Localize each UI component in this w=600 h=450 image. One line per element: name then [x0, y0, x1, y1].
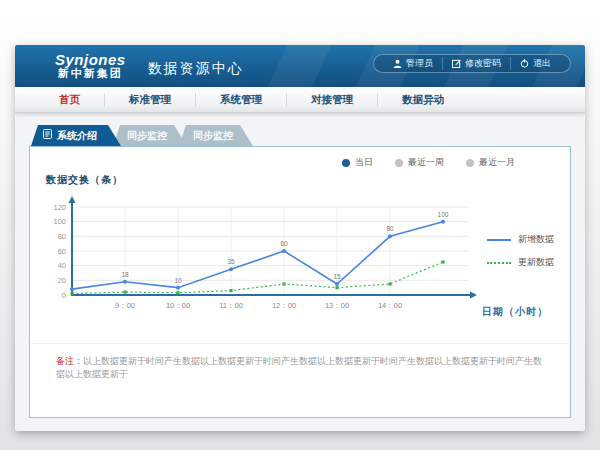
main-nav: 首页 标准管理 系统管理 对接管理 数据异动 — [15, 87, 585, 113]
nav-item-system[interactable]: 系统管理 — [195, 93, 286, 107]
legend-item-0: 新增数据 — [487, 233, 554, 246]
range-option-label: 当日 — [355, 156, 373, 169]
tab-bar: 系统介绍 同步监控 同步监控 — [31, 125, 571, 146]
legend-label: 新增数据 — [518, 233, 554, 246]
user-icon — [393, 59, 402, 68]
tab-label: 系统介绍 — [57, 125, 97, 146]
radio-dot-icon — [395, 159, 403, 167]
document-icon — [43, 125, 52, 146]
logout-label: 退出 — [533, 57, 551, 70]
svg-text:100: 100 — [53, 217, 66, 226]
svg-text:80: 80 — [58, 232, 66, 241]
edit-icon — [452, 59, 461, 68]
series-legend: 新增数据更新数据 — [487, 233, 554, 279]
nav-item-data-change[interactable]: 数据异动 — [377, 93, 468, 107]
nav-item-integration[interactable]: 对接管理 — [286, 93, 377, 107]
admin-user-label: 管理员 — [406, 57, 433, 70]
footnote: 备注：以上数据更新于时间产生数据以上数据更新于时间产生数据以上数据更新于时间产生… — [56, 355, 570, 380]
brand-logo-en: Synjones — [55, 52, 126, 68]
svg-text:60: 60 — [280, 240, 288, 247]
range-option-0[interactable]: 当日 — [342, 156, 373, 169]
tab-sync-monitor-2[interactable]: 同步监控 — [179, 125, 253, 146]
range-option-label: 最近一月 — [479, 156, 515, 169]
svg-text:9：00: 9：00 — [115, 301, 135, 310]
logout-button[interactable]: 退出 — [510, 57, 560, 70]
nav-item-home[interactable]: 首页 — [35, 93, 104, 107]
app-window: Synjones 新中新集团 数据资源中心 管理员 修改密码 退出 首页 标准管… — [15, 45, 585, 431]
brand-logo: Synjones 新中新集团 — [55, 52, 126, 79]
svg-text:20: 20 — [58, 276, 66, 285]
tab-sync-monitor-1[interactable]: 同步监控 — [113, 125, 187, 146]
range-filter: 当日最近一周最近一月 — [342, 156, 515, 169]
y-axis-title: 数据交换（条） — [46, 173, 123, 187]
radio-dot-icon — [342, 159, 350, 167]
radio-dot-icon — [466, 159, 474, 167]
svg-text:13：00: 13：00 — [325, 301, 349, 310]
svg-text:120: 120 — [53, 203, 66, 212]
brand-logo-cn: 新中新集团 — [55, 68, 126, 80]
svg-text:40: 40 — [58, 261, 66, 270]
svg-text:60: 60 — [58, 247, 66, 256]
line-chart: 0204060801001209：0010：0011：0012：0013：001… — [40, 191, 508, 327]
svg-text:35: 35 — [227, 258, 235, 265]
svg-text:15: 15 — [333, 273, 341, 280]
svg-text:0: 0 — [62, 291, 66, 300]
change-password-label: 修改密码 — [465, 57, 501, 70]
tab-system-intro[interactable]: 系统介绍 — [31, 125, 121, 146]
chart-canvas: 0204060801001209：0010：0011：0012：0013：001… — [40, 191, 508, 323]
svg-text:14：00: 14：00 — [378, 301, 402, 310]
x-axis-title: 日期（小时） — [482, 305, 548, 319]
panel-divider — [31, 343, 569, 344]
footnote-prefix: 备注： — [56, 356, 83, 366]
svg-text:10：00: 10：00 — [166, 301, 190, 310]
change-password-button[interactable]: 修改密码 — [442, 57, 510, 70]
user-toolbar: 管理员 修改密码 退出 — [373, 54, 571, 73]
app-header: Synjones 新中新集团 数据资源中心 管理员 修改密码 退出 — [15, 45, 585, 87]
range-option-1[interactable]: 最近一周 — [395, 156, 444, 169]
svg-text:100: 100 — [438, 211, 449, 218]
svg-text:11：00: 11：00 — [219, 301, 243, 310]
footnote-text: 以上数据更新于时间产生数据以上数据更新于时间产生数据以上数据更新于时间产生数据以… — [56, 356, 542, 379]
range-option-label: 最近一周 — [408, 156, 444, 169]
legend-label: 更新数据 — [518, 256, 554, 269]
content-area: 系统介绍 同步监控 同步监控 当日最近一周最近一月 数据交换（条） 020406… — [15, 113, 585, 418]
power-icon — [520, 59, 529, 68]
svg-text:10: 10 — [174, 277, 182, 284]
page-title: 数据资源中心 — [148, 60, 244, 78]
nav-item-standards[interactable]: 标准管理 — [104, 93, 195, 107]
solid-line-icon — [487, 239, 511, 241]
legend-item-1: 更新数据 — [487, 256, 554, 269]
chart-panel: 当日最近一周最近一月 数据交换（条） 0204060801001209：0010… — [29, 146, 571, 418]
range-option-2[interactable]: 最近一月 — [466, 156, 515, 169]
dotted-line-icon — [487, 262, 511, 264]
admin-user-button[interactable]: 管理员 — [384, 57, 442, 70]
svg-text:12：00: 12：00 — [272, 301, 296, 310]
svg-text:80: 80 — [386, 225, 394, 232]
svg-text:18: 18 — [121, 271, 129, 278]
